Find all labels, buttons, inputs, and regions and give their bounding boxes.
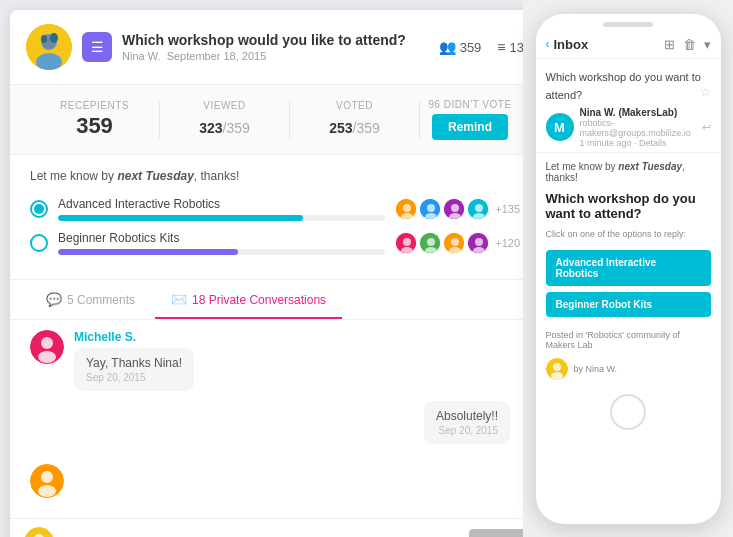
- phone-question: Which workshop do you want to attend?: [536, 187, 721, 229]
- comments-section: Michelle S. Yay, Thanks Nina! Sep 20, 20…: [10, 320, 540, 518]
- header-text: Which workshop would you like to attend?…: [122, 32, 439, 62]
- reply-input-avatar: [24, 527, 54, 537]
- tab-comments[interactable]: 💬 5 Comments: [30, 280, 151, 319]
- sender-row: M Nina W. (MakersLab) robotics-makers@gr…: [546, 107, 711, 148]
- people-icon: 👥: [439, 39, 456, 55]
- svg-point-25: [451, 238, 459, 246]
- option-1-count: +135: [495, 203, 520, 215]
- option-2-info: Beginner Robotics Kits: [58, 231, 385, 255]
- header: ☰ Which workshop would you like to atten…: [10, 10, 540, 85]
- mini-avatar: [395, 232, 417, 254]
- reply-button[interactable]: Repl: [469, 529, 526, 537]
- phone-email-header: Which workshop do you want to attend? ☆ …: [536, 59, 721, 153]
- reply-icon[interactable]: ↩: [702, 121, 711, 134]
- phone-body: ‹ Inbox ⊞ 🗑 ▾ Which workshop do you want…: [536, 14, 721, 524]
- phone-speaker: [603, 22, 653, 27]
- tab-conversations[interactable]: ✉️ 18 Private Conversations: [155, 280, 342, 319]
- comment-bubble: Yay, Thanks Nina! Sep 20, 2015: [74, 348, 194, 391]
- option-1-bar-fill: [58, 215, 303, 221]
- comments-meta: ≡ 13: [497, 39, 524, 55]
- comments-icon: 💬: [46, 292, 62, 307]
- main-panel: ☰ Which workshop would you like to atten…: [10, 10, 540, 537]
- svg-point-41: [551, 372, 563, 380]
- commenter-avatar: [30, 330, 64, 364]
- commenter-name: Michelle S.: [74, 330, 194, 344]
- option-2-count: +120: [495, 237, 520, 249]
- svg-point-5: [50, 33, 58, 43]
- svg-point-31: [41, 337, 53, 349]
- comment-row: Michelle S. Yay, Thanks Nina! Sep 20, 20…: [30, 330, 520, 391]
- radio-option-1[interactable]: [30, 200, 48, 218]
- option-2-avatars: +120: [395, 232, 520, 254]
- community-by: by Nina W.: [574, 364, 618, 374]
- svg-point-35: [38, 485, 56, 497]
- svg-point-32: [38, 351, 56, 363]
- poll-icon: ☰: [82, 32, 112, 62]
- phone-sub: Click on one of the options to reply:: [536, 229, 721, 247]
- phone-bottom: [536, 384, 721, 436]
- option-2-bar-bg: [58, 249, 385, 255]
- svg-point-16: [475, 204, 483, 212]
- option-1-info: Advanced Interactive Robotics: [58, 197, 385, 221]
- voted-value: 253/359: [290, 113, 419, 139]
- phone-home-button[interactable]: [610, 394, 646, 430]
- delete-icon[interactable]: 🗑: [683, 37, 696, 52]
- commenter-avatar-2: [30, 464, 64, 498]
- stats-bar: RECEPIENTS 359 VIEWED 323/359 VOTED 253/…: [10, 85, 540, 155]
- sender-email: robotics-makers@groups.mobilize.io: [580, 118, 702, 138]
- phone-option-btn-2[interactable]: Beginner Robot Kits: [546, 292, 711, 317]
- more-icon[interactable]: ▾: [704, 37, 711, 52]
- stat-voted: VOTED 253/359: [290, 100, 419, 139]
- comment-date: Sep 20, 2015: [86, 372, 182, 383]
- inbox-actions: ⊞ 🗑 ▾: [664, 37, 711, 52]
- sender-info: Nina W. (MakersLab) robotics-makers@grou…: [580, 107, 702, 148]
- header-meta: 👥 359 ≡ 13: [439, 39, 524, 55]
- option-1-bar-bg: [58, 215, 385, 221]
- star-icon[interactable]: ☆: [700, 85, 711, 99]
- sender-name: Nina W. (MakersLab): [580, 107, 702, 118]
- reply-date: Sep 20, 2015: [436, 425, 498, 436]
- poll-content: Let me know by next Tuesday, thanks! Adv…: [10, 155, 540, 280]
- phone-posted: Posted in 'Robotics' community of Makers…: [536, 320, 721, 354]
- reply-input-bar: Repl: [10, 518, 540, 537]
- svg-point-7: [403, 204, 411, 212]
- recipients-meta: 👥 359: [439, 39, 482, 55]
- mini-avatar: [395, 198, 417, 220]
- back-button[interactable]: ‹: [546, 37, 550, 51]
- mini-avatar: [419, 198, 441, 220]
- tab-comments-label: 5 Comments: [67, 293, 135, 307]
- option-2-bar-fill: [58, 249, 238, 255]
- svg-point-34: [41, 471, 53, 483]
- mini-avatar: [443, 198, 465, 220]
- svg-point-28: [475, 238, 483, 246]
- poll-option-2: Beginner Robotics Kits +120: [30, 231, 520, 255]
- header-title: Which workshop would you like to attend?: [122, 32, 439, 48]
- stat-recipients: RECEPIENTS 359: [30, 100, 159, 139]
- community-avatar: [546, 358, 568, 380]
- mini-avatar: [467, 198, 489, 220]
- option-2-label: Beginner Robotics Kits: [58, 231, 385, 245]
- svg-point-19: [403, 238, 411, 246]
- sender-avatar: M: [546, 113, 574, 141]
- tab-conversations-label: 18 Private Conversations: [192, 293, 326, 307]
- conversations-icon: ✉️: [171, 292, 187, 307]
- svg-point-10: [427, 204, 435, 212]
- comment-content: Michelle S. Yay, Thanks Nina! Sep 20, 20…: [74, 330, 194, 391]
- remind-box: 96 DIDN'T VOTE Remind: [420, 99, 520, 140]
- comment-row-2: [30, 464, 520, 498]
- poll-option-1: Advanced Interactive Robotics +13: [30, 197, 520, 221]
- reply-bubble: Absolutely!! Sep 20, 2015: [424, 401, 510, 444]
- radio-option-2[interactable]: [30, 234, 48, 252]
- phone-body-text: Let me know by next Tuesday, thanks!: [536, 153, 721, 187]
- remind-button[interactable]: Remind: [432, 114, 508, 140]
- phone-notch: [536, 14, 721, 31]
- reply-row: Absolutely!! Sep 20, 2015: [30, 401, 520, 444]
- viewed-value: 323/359: [160, 113, 289, 139]
- list-icon: ≡: [497, 39, 505, 55]
- phone-option-btn-1[interactable]: Advanced Interactive Robotics: [546, 250, 711, 286]
- option-1-label: Advanced Interactive Robotics: [58, 197, 385, 211]
- archive-icon[interactable]: ⊞: [664, 37, 675, 52]
- svg-point-40: [553, 363, 561, 371]
- poll-question: Let me know by next Tuesday, thanks!: [30, 169, 520, 183]
- mini-avatar: [443, 232, 465, 254]
